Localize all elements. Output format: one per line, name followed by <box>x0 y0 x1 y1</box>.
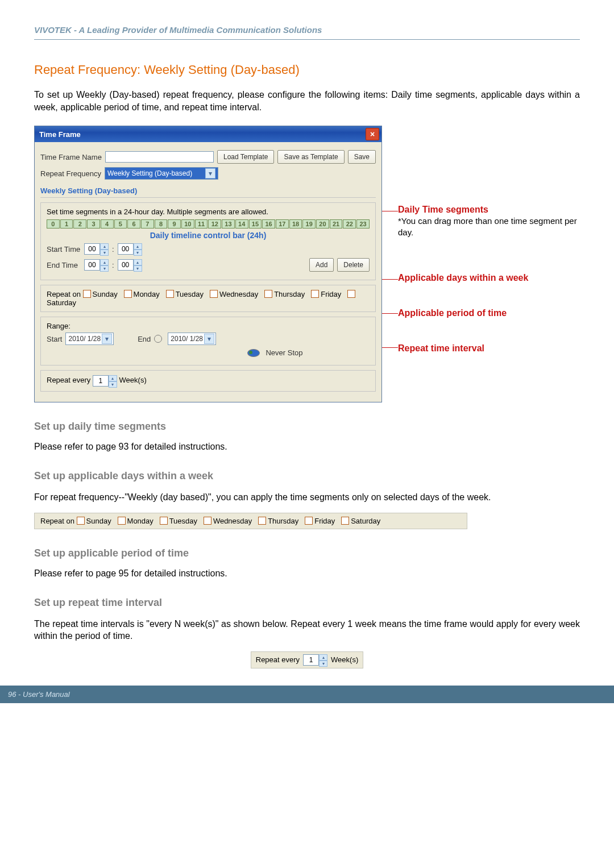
start-date-picker[interactable]: 2010/ 1/28▾ <box>65 333 114 345</box>
hour-cell: 12 <box>208 219 221 229</box>
colon: : <box>112 245 114 254</box>
end-hour-spin[interactable]: ▴▾ <box>84 259 109 271</box>
hour-cell: 4 <box>101 219 114 229</box>
wednesday-checkbox <box>204 517 211 525</box>
start-min-spin[interactable]: ▴▾ <box>118 243 142 255</box>
up-icon[interactable]: ▴ <box>134 243 142 250</box>
never-stop-label: Never Stop <box>265 348 302 357</box>
end-hour-value[interactable] <box>84 259 100 271</box>
load-template-button[interactable]: Load Template <box>217 150 275 164</box>
end-label: End <box>138 335 151 343</box>
h3-days: Set up applicable days within a week <box>34 470 580 482</box>
start-hour-spin[interactable]: ▴▾ <box>84 243 109 255</box>
hour-cell: 1 <box>60 219 73 229</box>
down-icon[interactable]: ▾ <box>134 250 142 256</box>
up-icon: ▴ <box>319 654 327 661</box>
start-hour-value[interactable] <box>84 243 100 255</box>
time-frame-dialog: Time Frame × Time Frame Name Load Templa… <box>34 126 382 402</box>
end-min-value[interactable] <box>118 259 134 271</box>
repeat-every-label: Repeat every <box>256 655 300 664</box>
down-icon[interactable]: ▾ <box>109 381 117 388</box>
chevron-down-icon: ▾ <box>102 334 112 344</box>
hour-cell: 17 <box>276 219 289 229</box>
thursday-checkbox[interactable] <box>264 290 272 298</box>
h3-period: Set up applicable period of time <box>34 547 580 559</box>
range-panel: Range: Start 2010/ 1/28▾ End 2010/ 1/28▾… <box>40 317 376 366</box>
daily-segments-panel: Set time segments in a 24-hour day. Mult… <box>40 202 376 280</box>
friday-checkbox <box>305 517 313 525</box>
down-icon[interactable]: ▾ <box>100 265 109 272</box>
day-label: Monday <box>127 517 154 525</box>
section-title: Repeat Frequency: Weekly Setting (Day-ba… <box>34 63 580 77</box>
start-min-value[interactable] <box>118 243 134 255</box>
colon: : <box>112 261 114 269</box>
sunday-label: Sunday <box>93 290 118 298</box>
hour-cell: 14 <box>235 219 248 229</box>
interval-unit: Week(s) <box>331 655 358 664</box>
segments-help: Set time segments in a 24-hour day. Mult… <box>47 207 370 216</box>
saturday-label: Saturday <box>47 298 76 307</box>
down-icon[interactable]: ▾ <box>100 250 109 256</box>
timeline-24h[interactable]: 01234567891011121314151617181920212223 <box>47 219 370 229</box>
friday-label: Friday <box>321 290 341 298</box>
add-button[interactable]: Add <box>309 258 334 272</box>
end-date-picker[interactable]: 2010/ 1/28▾ <box>168 333 216 345</box>
repeat-freq-select[interactable]: Weekly Setting (Day-based) ▾ <box>105 167 218 180</box>
day-label: Friday <box>314 517 335 525</box>
monday-label: Monday <box>134 290 160 298</box>
interval-spin[interactable]: ▴▾ <box>93 375 117 387</box>
repeat-on-panel: Repeat on Sunday Monday Tuesday Wednesda… <box>40 285 376 312</box>
up-icon[interactable]: ▴ <box>100 243 109 250</box>
saturday-checkbox[interactable] <box>347 290 355 298</box>
annot-period: Applicable period of time <box>398 308 507 319</box>
saturday-checkbox <box>341 517 349 525</box>
end-min-spin[interactable]: ▴▾ <box>118 259 142 271</box>
hour-cell: 9 <box>168 219 181 229</box>
interval-value[interactable] <box>93 375 109 387</box>
chevron-down-icon: ▾ <box>204 334 214 344</box>
repeat-every-panel: Repeat every ▴▾ Week(s) <box>40 370 376 392</box>
hour-cell: 21 <box>330 219 343 229</box>
up-icon[interactable]: ▴ <box>100 259 109 265</box>
repeat-every-label: Repeat every <box>47 376 93 385</box>
delete-button[interactable]: Delete <box>337 258 370 272</box>
tuesday-label: Tuesday <box>176 290 204 298</box>
close-icon[interactable]: × <box>366 128 379 140</box>
monday-checkbox[interactable] <box>124 290 132 298</box>
annot-days: Applicable days within a week <box>398 272 528 284</box>
friday-checkbox[interactable] <box>311 290 319 298</box>
tuesday-checkbox[interactable] <box>166 290 174 298</box>
sunday-checkbox[interactable] <box>83 290 91 298</box>
down-icon: ▾ <box>319 661 327 667</box>
down-icon[interactable]: ▾ <box>134 265 142 272</box>
save-template-button[interactable]: Save as Template <box>277 150 344 164</box>
wednesday-label: Wednesday <box>219 290 258 298</box>
hour-cell: 11 <box>195 219 208 229</box>
hour-cell: 10 <box>181 219 194 229</box>
hour-cell: 6 <box>127 219 140 229</box>
timeframe-name-input[interactable] <box>105 151 214 163</box>
start-label: Start <box>47 335 62 343</box>
hour-cell: 20 <box>316 219 329 229</box>
never-stop-radio[interactable] <box>247 349 260 357</box>
wednesday-checkbox[interactable] <box>210 290 218 298</box>
hour-cell: 23 <box>356 219 370 229</box>
up-icon[interactable]: ▴ <box>134 259 142 265</box>
repeat-freq-value: Weekly Setting (Day-based) <box>107 169 192 177</box>
up-icon[interactable]: ▴ <box>109 375 117 381</box>
end-date-radio[interactable] <box>154 335 162 343</box>
hour-cell: 0 <box>47 219 60 229</box>
annot-daily-sub: *You can drag more than one time segment… <box>398 215 580 238</box>
running-header: VIVOTEK - A Leading Provider of Multimed… <box>34 25 580 35</box>
p-interval: The repeat time intervals is "every N we… <box>34 618 580 642</box>
save-button[interactable]: Save <box>348 150 376 164</box>
thursday-checkbox <box>258 517 266 525</box>
h3-daily: Set up daily time segments <box>34 421 580 433</box>
day-label: Saturday <box>351 517 380 525</box>
hour-cell: 15 <box>249 219 262 229</box>
monday-checkbox <box>118 517 126 525</box>
interval-unit: Week(s) <box>119 376 147 385</box>
end-time-label: End Time <box>47 261 81 269</box>
hour-cell: 5 <box>114 219 127 229</box>
timeframe-name-label: Time Frame Name <box>40 153 102 161</box>
